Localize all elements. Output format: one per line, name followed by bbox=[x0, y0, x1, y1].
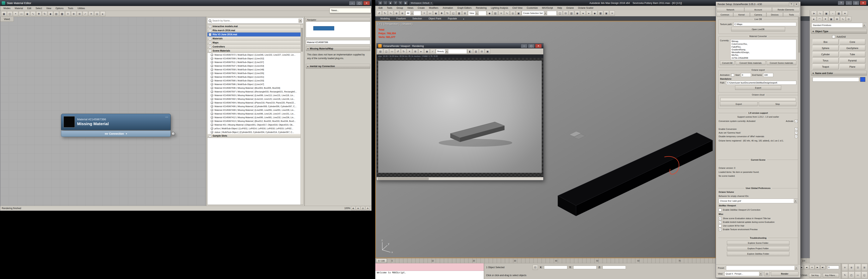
checkbox[interactable] bbox=[795, 131, 798, 134]
scene-material-row[interactable]: Material #2145967409 ( Missing Material … bbox=[208, 112, 303, 116]
explore-folder-button[interactable]: Explore Project Folder bbox=[727, 246, 789, 251]
x-coordinate-field[interactable] bbox=[544, 266, 567, 269]
viewport-nav-icon[interactable]: ◰ bbox=[848, 272, 855, 279]
navigator-header[interactable]: Navigator bbox=[306, 18, 370, 22]
export-path-field[interactable] bbox=[726, 81, 796, 85]
viewport-nav-icon[interactable]: ⊡ bbox=[855, 264, 861, 271]
expand-icon[interactable]: + bbox=[209, 134, 211, 137]
render-setup-tab[interactable]: Account bbox=[744, 7, 772, 12]
slate-menu-item[interactable]: Modes bbox=[1, 6, 12, 10]
create-category-icon[interactable]: ∿ bbox=[840, 17, 845, 21]
render-channel-combo[interactable]: Beauty bbox=[436, 49, 467, 54]
slate-toolbar-icon[interactable]: ◎ bbox=[94, 11, 100, 16]
search-input[interactable] bbox=[212, 19, 298, 22]
scene-material-row[interactable]: Material #2145967402 ( Missing Material … bbox=[208, 97, 303, 101]
rollout-collapse-icon[interactable]: ▾ bbox=[813, 30, 814, 33]
scene-material-row[interactable]: Material #2145967586 ( Multi/Sub-Object … bbox=[208, 82, 303, 86]
current-frame-field[interactable] bbox=[827, 266, 839, 269]
octane-toolbar-icon[interactable]: ▥ bbox=[473, 49, 478, 54]
object-name-field[interactable] bbox=[813, 77, 859, 82]
close-icon[interactable]: ✕ bbox=[363, 1, 370, 5]
lock-view-icon[interactable]: ⊡ bbox=[764, 271, 770, 276]
close-icon[interactable]: ✕ bbox=[535, 44, 542, 48]
rollout-name-and-color[interactable]: ▾ Name and Color bbox=[811, 71, 867, 75]
minimize-icon[interactable]: – bbox=[349, 1, 355, 5]
slate-menu-item[interactable]: View bbox=[44, 6, 54, 10]
viewport-nav-icon[interactable]: ⊕ bbox=[848, 264, 855, 271]
browser-scrollbar[interactable] bbox=[301, 24, 303, 205]
named-selection-set-combo[interactable]: Create Selection Set bbox=[522, 11, 557, 16]
material-library-row[interactable]: + Rita V3 June 2016.mat bbox=[208, 33, 303, 37]
browser-section-row[interactable]: - Scene Materials bbox=[208, 49, 303, 53]
quick-access-icon[interactable]: ▦ bbox=[403, 1, 408, 5]
quick-access-icon[interactable]: ▤ bbox=[378, 1, 383, 5]
convert-scene-button[interactable]: Convert Scene materials bbox=[767, 61, 796, 65]
octane-toolbar-icon[interactable]: ▣ bbox=[485, 49, 490, 54]
slate-menu-item[interactable]: Options bbox=[54, 6, 66, 10]
command-panel-tab-icon[interactable]: ▣ bbox=[824, 11, 829, 16]
ribbon-tab[interactable]: Selection bbox=[409, 17, 425, 21]
render-button[interactable]: Render bbox=[771, 272, 799, 276]
slate-toolbar-icon[interactable]: ◫ bbox=[7, 11, 12, 16]
render-setup-tab[interactable]: Common bbox=[717, 12, 733, 17]
browser-search[interactable]: ▾ bbox=[207, 18, 303, 24]
rollout-missing-material[interactable]: ▾ Missing Material/Map bbox=[306, 46, 370, 51]
max-menu-item[interactable]: Views bbox=[405, 6, 415, 10]
scene-material-row[interactable]: Material #2145967575 ( Multi/Sub-Object … bbox=[208, 75, 303, 79]
scene-material-row[interactable]: Material #2145967597 ( Missing Material … bbox=[208, 90, 303, 93]
expand-icon[interactable]: + bbox=[209, 37, 211, 40]
slate-menu-item[interactable]: Edit bbox=[25, 6, 33, 10]
empty-channel-behavior-combo[interactable]: Choose first 'valid grid' bbox=[719, 198, 798, 203]
rollout-collapse-icon[interactable]: ▾ bbox=[308, 48, 308, 50]
primitive-button[interactable]: Plane bbox=[839, 64, 866, 69]
ribbon-tab[interactable]: Populate bbox=[445, 17, 460, 21]
octane-toolbar-icon[interactable]: ▸ bbox=[418, 49, 424, 54]
main-toolbar-icon[interactable]: ◉ bbox=[575, 11, 580, 16]
material-library-row[interactable]: + Interactive models.mat bbox=[208, 24, 303, 29]
main-toolbar-icon[interactable]: ◆ bbox=[487, 11, 492, 16]
browser-section-row[interactable]: + Sample Slots bbox=[208, 134, 303, 138]
max-menu-item[interactable]: Civil View bbox=[510, 6, 525, 10]
maximize-icon[interactable]: ▢ bbox=[528, 44, 534, 48]
ribbon-tab[interactable]: Freeform bbox=[393, 17, 409, 21]
octane-toolbar-icon[interactable]: ✕ bbox=[407, 49, 412, 54]
viewport-nav-icon[interactable]: ✛ bbox=[842, 264, 848, 271]
convert-slots-button[interactable]: Convert Slots materials bbox=[736, 61, 765, 65]
max-menu-item[interactable]: Help bbox=[555, 6, 564, 10]
main-toolbar-icon[interactable]: ↻ bbox=[382, 11, 388, 16]
scene-material-row[interactable]: Material #2145967404 ( Missing Material … bbox=[208, 101, 303, 104]
open-livedb-button[interactable]: Open LiveDB bbox=[731, 27, 785, 31]
maxscript-output-line[interactable]: Welcome to MAXScript. bbox=[375, 271, 484, 279]
octane-toolbar-icon[interactable]: ⊞ bbox=[413, 49, 418, 54]
maxscript-macro-line[interactable] bbox=[375, 263, 484, 271]
main-toolbar-icon[interactable]: ↻ bbox=[445, 11, 450, 16]
reference-coordinate-combo[interactable]: View bbox=[468, 11, 486, 16]
expand-icon[interactable]: + bbox=[209, 45, 211, 48]
main-toolbar-icon[interactable]: ⊟ bbox=[563, 11, 568, 16]
main-toolbar-icon[interactable]: ↺ bbox=[376, 11, 382, 16]
slate-toolbar-icon[interactable]: ✚ bbox=[36, 11, 41, 16]
create-category-icon[interactable]: ⊙ bbox=[846, 17, 851, 21]
help-icon[interactable]: ? bbox=[789, 2, 794, 6]
main-toolbar-icon[interactable]: ∿ bbox=[388, 11, 393, 16]
slate-zoom-icon[interactable]: ⊕ bbox=[351, 206, 355, 210]
octane-horizontal-scrollbar[interactable] bbox=[377, 177, 543, 180]
octane-toolbar-icon[interactable]: ⊟ bbox=[479, 49, 485, 54]
render-setup-titlebar[interactable]: Render Setup: OctaneRender 3.05.3 - 4.50… bbox=[716, 2, 800, 7]
primitive-button[interactable]: Box bbox=[813, 39, 839, 44]
playback-icon[interactable]: ▶ bbox=[815, 265, 820, 270]
navigator-panel[interactable]: Navigator bbox=[306, 18, 370, 38]
quick-access-icon[interactable]: ↺ bbox=[393, 1, 398, 5]
octane-toolbar-icon[interactable]: ↻ bbox=[401, 49, 406, 54]
render-setup-tab[interactable]: Tools bbox=[783, 12, 800, 17]
scene-material-row[interactable]: Material #2145967563 ( Multi/Sub-Object … bbox=[208, 71, 303, 75]
scene-material-row[interactable]: Material #2145967511 ( Multi/Sub-Object … bbox=[208, 60, 303, 64]
main-toolbar-icon[interactable]: ● bbox=[581, 11, 586, 16]
checkbox[interactable] bbox=[719, 228, 721, 231]
max-menu-item[interactable]: Edit bbox=[376, 6, 385, 10]
start-frame-field[interactable] bbox=[741, 73, 751, 77]
max-menu-item[interactable]: Octane bbox=[564, 6, 576, 10]
octane-toolbar-icon[interactable]: ✓ bbox=[430, 49, 435, 54]
slate-zoom-icon[interactable]: ⊖ bbox=[356, 206, 360, 210]
cloud-stop-button[interactable]: Stop bbox=[759, 102, 796, 106]
